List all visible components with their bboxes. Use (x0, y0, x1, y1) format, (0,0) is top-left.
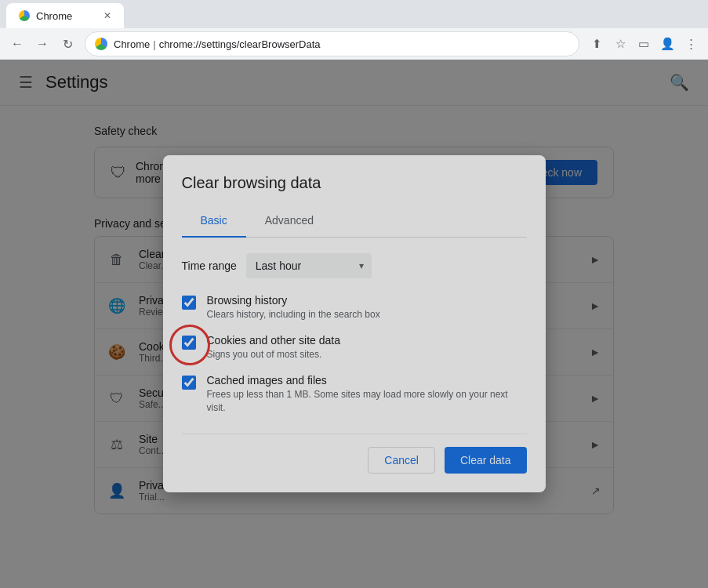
checkbox-wrapper-cached (182, 376, 198, 391)
back-button[interactable]: ← (6, 33, 28, 55)
checkbox-wrapper-cookies (182, 336, 198, 351)
bookmark-button[interactable]: ☆ (609, 33, 631, 55)
time-range-row: Time range Last hour Last 24 hours Last … (182, 253, 527, 278)
more-button[interactable]: ⋮ (680, 33, 702, 55)
tab-basic[interactable]: Basic (182, 205, 246, 238)
checkbox-desc-cached: Frees up less than 1 MB. Some sites may … (207, 388, 527, 415)
tab-bar: Chrome ✕ (0, 0, 708, 28)
settings-page: ☰ Settings 🔍 Safety check 🛡 Chrome can h… (0, 60, 708, 588)
tab-title: Chrome (36, 10, 72, 22)
address-separator: | (153, 38, 155, 50)
checkbox-desc-cookies: Signs you out of most sites. (207, 348, 340, 361)
reload-button[interactable]: ↻ (56, 33, 78, 55)
time-range-label: Time range (182, 260, 237, 272)
active-tab[interactable]: Chrome ✕ (6, 3, 124, 28)
tab-search-button[interactable]: ▭ (633, 33, 655, 55)
dialog-title: Clear browsing data (182, 174, 527, 192)
address-path: chrome://settings/clearBrowserData (159, 38, 321, 50)
time-range-select[interactable]: Last hour Last 24 hours Last 7 days Last… (246, 253, 372, 278)
clear-browsing-dialog: Clear browsing data Basic Advanced Time … (163, 155, 546, 492)
chrome-favicon (19, 10, 30, 21)
address-domain: Chrome (114, 38, 150, 50)
dialog-footer: Cancel Clear data (182, 434, 527, 474)
checkbox-text-cookies: Cookies and other site data Signs you ou… (207, 334, 340, 361)
tab-advanced[interactable]: Advanced (246, 205, 332, 238)
nav-buttons: ← → ↻ (6, 33, 78, 55)
modal-overlay: Clear browsing data Basic Advanced Time … (0, 60, 708, 588)
cancel-button[interactable]: Cancel (368, 447, 435, 474)
checkbox-input-cookies[interactable] (182, 336, 196, 350)
checkbox-title-cached: Cached images and files (207, 374, 527, 387)
tab-close-icon[interactable]: ✕ (103, 10, 111, 21)
checkbox-wrapper-history (182, 296, 198, 311)
dialog-tabs: Basic Advanced (182, 205, 527, 238)
clear-data-button[interactable]: Clear data (445, 447, 527, 474)
checkbox-text-history: Browsing history Clears history, includi… (207, 294, 380, 321)
checkbox-browsing-history: Browsing history Clears history, includi… (182, 294, 527, 321)
checkbox-input-history[interactable] (182, 296, 196, 310)
checkbox-text-cached: Cached images and files Frees up less th… (207, 374, 527, 415)
forward-button[interactable]: → (31, 33, 53, 55)
checkbox-cookies: Cookies and other site data Signs you ou… (182, 334, 527, 361)
time-range-select-wrapper: Last hour Last 24 hours Last 7 days Last… (246, 253, 372, 278)
toolbar-icons: ⬆ ☆ ▭ 👤 ⋮ (586, 33, 702, 55)
address-text: Chrome | chrome://settings/clearBrowserD… (114, 38, 321, 50)
site-icon (95, 38, 107, 50)
address-bar[interactable]: Chrome | chrome://settings/clearBrowserD… (85, 31, 579, 56)
checkbox-title-history: Browsing history (207, 294, 380, 307)
share-button[interactable]: ⬆ (586, 33, 608, 55)
browser-frame: Chrome ✕ ← → ↻ Chrome | chrome://setting… (0, 0, 708, 588)
checkbox-input-cached[interactable] (182, 376, 196, 390)
checkbox-desc-history: Clears history, including in the search … (207, 308, 380, 321)
checkbox-title-cookies: Cookies and other site data (207, 334, 340, 347)
checkbox-cached: Cached images and files Frees up less th… (182, 374, 527, 415)
browser-titlebar: ← → ↻ Chrome | chrome://settings/clearBr… (0, 28, 708, 60)
profile-button[interactable]: 👤 (656, 33, 678, 55)
